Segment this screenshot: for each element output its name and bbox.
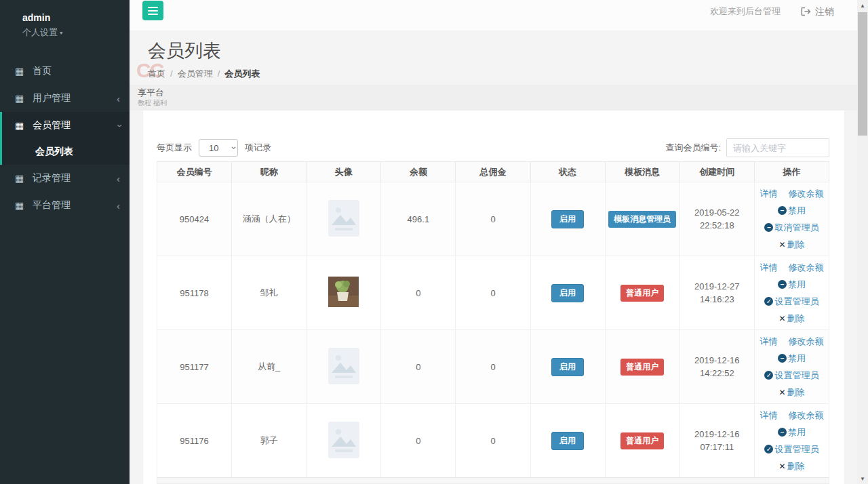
actions-cell: 详情修改余额–禁用✓设置管理员✕删除: [754, 404, 829, 478]
sidebar-item-home[interactable]: ▦首页: [0, 58, 130, 85]
member-list-card: 每页显示 10 ‹ 项记录 查询会员编号: 会员编号昵称头像余额总佣金状态模板消…: [143, 110, 844, 484]
action-set-admin-link[interactable]: ✓设置管理员: [764, 369, 818, 382]
commission-cell: 0: [456, 256, 530, 330]
sidebar-item-record-management[interactable]: ▦记录管理‹: [0, 165, 130, 192]
created-date: 2019-05-22: [680, 206, 754, 219]
commission-cell: 0: [456, 404, 530, 478]
scrollbar-thumb[interactable]: [858, 12, 867, 136]
action-delete-link[interactable]: ✕删除: [778, 312, 804, 325]
action-edit-balance-link[interactable]: 修改余额: [788, 262, 823, 274]
x-delete-icon: ✕: [778, 314, 785, 323]
action-detail-link[interactable]: 详情: [760, 409, 777, 422]
personal-settings-link[interactable]: 个人设置▾: [22, 26, 130, 39]
user-type-badge: 普通用户: [620, 432, 664, 449]
member-id-cell: 951176: [157, 404, 232, 478]
template-message-cell: 模板消息管理员: [605, 182, 679, 256]
breadcrumb-separator: /: [170, 68, 173, 79]
column-header: 头像: [307, 162, 381, 182]
status-enabled-button[interactable]: 启用: [551, 284, 584, 302]
top-navbar: 欢迎来到后台管理 注销: [130, 0, 857, 31]
status-cell: 启用: [530, 404, 605, 478]
action-detail-link[interactable]: 详情: [760, 188, 777, 200]
scrollbar-down-arrow[interactable]: ▼: [857, 473, 868, 484]
background-text-platform: 享平台: [138, 87, 164, 99]
action-label: 修改余额: [788, 262, 823, 274]
nickname-cell: 涵涵（人在）: [232, 182, 307, 256]
status-cell: 启用: [530, 330, 605, 404]
action-label: 设置管理员: [774, 296, 818, 308]
sidebar-item-member-management[interactable]: ▦会员管理‹: [2, 112, 130, 139]
template-message-cell: 普通用户: [605, 330, 679, 404]
sidebar-item-label: 会员管理: [33, 119, 117, 132]
logout-link[interactable]: 注销: [801, 5, 834, 18]
action-delete-link[interactable]: ✕删除: [778, 239, 804, 251]
table-controls: 每页显示 10 ‹ 项记录 查询会员编号:: [157, 138, 829, 158]
minus-circle-icon: –: [778, 428, 787, 437]
breadcrumb-link[interactable]: 会员管理: [178, 68, 213, 79]
next-row-partial: [157, 477, 829, 484]
search-label: 查询会员编号:: [665, 142, 721, 154]
table-body: 950424涵涵（人在）496.10启用模板消息管理员2019-05-2222:…: [157, 182, 829, 478]
action-set-admin-link[interactable]: ✓设置管理员: [764, 296, 818, 308]
action-delete-link[interactable]: ✕删除: [778, 460, 804, 472]
action-disable-link[interactable]: –禁用: [778, 279, 806, 291]
action-label: 禁用: [788, 426, 806, 439]
table-header-row: 会员编号昵称头像余额总佣金状态模板消息创建时间操作: [157, 162, 829, 182]
action-delete-link[interactable]: ✕删除: [778, 386, 804, 399]
status-enabled-button[interactable]: 启用: [551, 358, 584, 376]
grid-icon: ▦: [15, 121, 26, 130]
action-edit-balance-link[interactable]: 修改余额: [788, 188, 823, 200]
action-edit-balance-link[interactable]: 修改余额: [788, 336, 823, 348]
nickname-cell: 从前_: [232, 330, 307, 404]
member-id-search-input[interactable]: [726, 138, 829, 157]
created-clock: 14:16:23: [680, 293, 754, 306]
sign-out-icon: [801, 7, 811, 16]
action-label: 修改余额: [788, 188, 823, 200]
per-page-select[interactable]: 10: [199, 139, 238, 157]
action-set-admin-link[interactable]: ✓设置管理员: [764, 443, 818, 456]
action-label: 取消管理员: [774, 222, 818, 234]
sidebar-subitem-member-list[interactable]: 会员列表: [2, 139, 130, 165]
balance-cell: 0: [381, 256, 456, 330]
avatar-cell: [307, 404, 381, 478]
commission-cell: 0: [456, 330, 530, 404]
breadcrumb-link[interactable]: 首页: [148, 68, 165, 79]
status-enabled-button[interactable]: 启用: [551, 432, 584, 450]
template-message-cell: 普通用户: [605, 404, 679, 478]
sidebar-item-user-management[interactable]: ▦用户管理‹: [0, 85, 130, 112]
page-scrollbar[interactable]: ▲ ▼: [857, 0, 868, 484]
member-id-cell: 951177: [157, 330, 232, 404]
avatar-cell: [307, 330, 381, 404]
action-disable-link[interactable]: –禁用: [778, 352, 806, 365]
column-header: 会员编号: [157, 162, 232, 182]
broken-image-placeholder-icon: [328, 422, 359, 458]
broken-image-placeholder-icon: [328, 200, 359, 237]
scrollbar-up-arrow[interactable]: ▲: [857, 0, 868, 11]
action-label: 修改余额: [788, 336, 823, 348]
x-delete-icon: ✕: [778, 388, 785, 397]
action-disable-link[interactable]: –禁用: [778, 426, 806, 439]
table-row: 950424涵涵（人在）496.10启用模板消息管理员2019-05-2222:…: [157, 182, 829, 256]
sidebar: admin 个人设置▾ ▦首页▦用户管理‹▦会员管理‹会员列表▦记录管理‹▦平台…: [0, 0, 130, 484]
action-label: 设置管理员: [774, 443, 818, 456]
table-row: 951177从前_00启用普通用户2019-12-1614:22:52详情修改余…: [157, 330, 829, 404]
action-edit-balance-link[interactable]: 修改余额: [788, 409, 823, 422]
sidebar-username: admin: [22, 12, 130, 23]
sidebar-toggle-button[interactable]: [142, 1, 163, 20]
action-label: 删除: [787, 460, 804, 472]
chevron-down-icon: ‹: [113, 124, 123, 127]
column-header: 操作: [754, 162, 829, 182]
actions-cell: 详情修改余额–禁用✓设置管理员✕删除: [754, 256, 829, 330]
action-detail-link[interactable]: 详情: [760, 262, 777, 274]
action-detail-link[interactable]: 详情: [760, 336, 777, 348]
chevron-left-icon: ‹: [117, 174, 120, 184]
sidebar-item-platform-management[interactable]: ▦平台管理‹: [0, 192, 130, 219]
action-disable-link[interactable]: –禁用: [778, 205, 806, 217]
welcome-text: 欢迎来到后台管理: [710, 5, 781, 18]
status-enabled-button[interactable]: 启用: [551, 210, 584, 228]
avatar-image: [328, 277, 359, 307]
sidebar-user-panel: admin 个人设置▾: [0, 0, 130, 49]
action-label: 删除: [787, 239, 804, 251]
action-unset-admin-link[interactable]: –取消管理员: [764, 222, 818, 234]
balance-cell: 496.1: [381, 182, 456, 256]
